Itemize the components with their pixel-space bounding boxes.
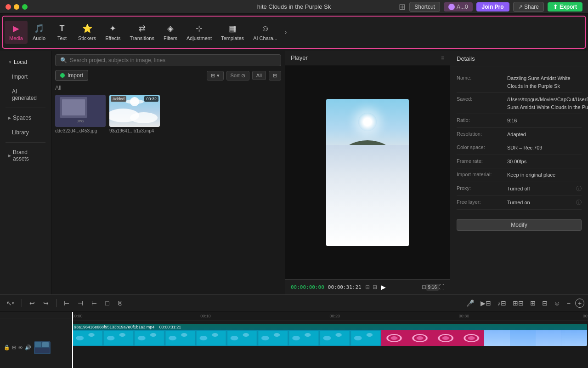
player-menu-icon[interactable]: ≡ <box>441 55 444 61</box>
fit-screen-icon[interactable]: ⊡ <box>422 284 426 290</box>
shortcut-button[interactable]: Shortcut <box>409 2 440 12</box>
snap-icon[interactable]: ⊟ <box>540 298 549 309</box>
search-bar[interactable]: 🔍 <box>55 54 281 66</box>
tool-filters-label: Filters <box>164 35 177 41</box>
play-button[interactable]: ▶ <box>381 283 386 291</box>
svg-text:JPG: JPG <box>77 119 84 123</box>
close-dot[interactable] <box>6 4 11 10</box>
blue-frames-svg <box>484 330 587 346</box>
sort-button[interactable]: Sort ⊙ <box>226 71 249 80</box>
joinpro-button[interactable]: Join Pro <box>476 2 509 12</box>
detail-val-colorspace: SDR – Rec.709 <box>507 144 582 152</box>
thumbnail-image: JPG <box>55 95 106 127</box>
minus-icon[interactable]: − <box>565 298 572 309</box>
detail-key-framerate: Frame rate: <box>457 158 507 164</box>
modify-button[interactable]: Modify <box>457 219 582 231</box>
tool-templates[interactable]: ▦ Templates <box>216 21 249 44</box>
all-filter-button[interactable]: All <box>252 71 266 80</box>
tool-transitions[interactable]: ⇄ Transitions <box>125 21 159 44</box>
share-button[interactable]: ↗ Share <box>513 2 544 12</box>
media-added-badge: Added <box>111 96 126 102</box>
redo-button[interactable]: ↪ <box>40 298 51 309</box>
track-eye-icon[interactable]: 👁 <box>18 345 23 351</box>
detail-row-import: Import material: Keep in original place <box>457 168 582 182</box>
detail-key-resolution: Resolution: <box>457 131 507 137</box>
split-tool[interactable]: ⊢ <box>61 298 72 309</box>
account-button[interactable]: A...0 <box>444 2 473 12</box>
media-item-video[interactable]: Added 00:32 93a19641...b1a3.mp4 <box>109 95 160 133</box>
maximize-dot[interactable] <box>22 4 28 10</box>
audio-connect-icon[interactable]: ♪⊟ <box>496 298 508 309</box>
track-audio-icon[interactable]: 🔊 <box>25 345 31 351</box>
proxy-info-icon[interactable]: ⓘ <box>576 185 582 193</box>
tool-aichara[interactable]: ☺ AI Chara... <box>249 21 282 44</box>
trim-right-icon: ⊢ <box>91 299 97 307</box>
sidebar-item-local[interactable]: ▼ Local <box>3 55 48 69</box>
sidebar-divider-1 <box>6 108 45 108</box>
svg-rect-26 <box>561 330 587 346</box>
media-duration: 00:32 <box>144 96 158 102</box>
delete-tool[interactable]: □ <box>102 298 112 309</box>
details-panel: Details Name: Dazzling Suns Amidst White… <box>450 51 588 294</box>
add-track-button[interactable]: + <box>575 299 584 308</box>
shield-tool[interactable]: ⛨ <box>114 298 126 309</box>
import-dot <box>60 73 65 78</box>
tool-media[interactable]: ▶ Media <box>5 21 28 44</box>
mic-icon[interactable]: 🎤 <box>464 298 476 309</box>
main-track: 93a196416e668f95133b19a7e0f1b1a3.mp4 00:… <box>71 321 588 349</box>
trim-right-tool[interactable]: ⊢ <box>89 298 100 309</box>
tool-audio[interactable]: 🎵 Audio <box>28 21 51 44</box>
main-clip[interactable]: 93a196416e668f95133b19a7e0f1b1a3.mp4 00:… <box>72 324 587 346</box>
timeline-grid-icon[interactable]: ⊟ <box>365 284 370 290</box>
tool-filters[interactable]: ◈ Filters <box>159 21 182 44</box>
sidebar-item-ai-generated[interactable]: AI generated <box>3 85 48 105</box>
details-content: Name: Dazzling Suns Amidst White Clouds … <box>450 67 588 214</box>
title-bar-actions: ⊞ Shortcut A...0 Join Pro ↗ Share ⬆ Expo… <box>399 2 582 12</box>
detail-val-freelayer: Turned on <box>507 199 574 207</box>
timeline-tracks: 93a196416e668f95133b19a7e0f1b1a3.mp4 00:… <box>71 321 588 368</box>
toolbar-more-button[interactable]: › <box>282 29 290 36</box>
sidebar-item-import[interactable]: Import <box>3 70 48 84</box>
filters-icon: ◈ <box>167 23 174 34</box>
center-icon[interactable]: ⊞ <box>528 298 537 309</box>
clip-duration: 00:00:31:21 <box>159 325 181 329</box>
sidebar-item-spaces[interactable]: ▶ Spaces <box>3 111 48 125</box>
bottom-area: ↖ ▾ ↩ ↪ ⊢ ⊣ ⊢ □ ⛨ 🎤 ▶⊟ ♪⊟ ⊞⊟ <box>0 294 588 368</box>
track-lock2-icon[interactable]: ⊟ <box>12 345 16 351</box>
select-tool[interactable]: ↖ ▾ <box>4 298 17 309</box>
timeline-split-icon[interactable]: ⊟ <box>373 284 377 290</box>
detail-key-ratio: Ratio: <box>457 117 507 123</box>
import-button[interactable]: Import <box>55 70 88 81</box>
undo-button[interactable]: ↩ <box>27 298 38 309</box>
tool-stickers[interactable]: ⭐ Stickers <box>74 21 101 44</box>
detail-row-proxy: Proxy: Turned off ⓘ <box>457 182 582 196</box>
filter-options-button[interactable]: ⊟ <box>269 71 281 80</box>
export-button[interactable]: ⬆ Export <box>548 2 582 12</box>
detail-row-saved: Saved: /Users/topgus/Movies/CapCut/UserD… <box>457 93 582 114</box>
minimize-dot[interactable] <box>14 4 19 10</box>
audio-icon: 🎵 <box>34 23 44 34</box>
ruler-mark-0: 00:00 <box>72 314 83 318</box>
video-connect-icon[interactable]: ▶⊟ <box>479 298 493 309</box>
sidebar-item-library[interactable]: Library <box>3 126 48 139</box>
track-lock-icon[interactable]: 🔒 <box>4 345 10 351</box>
tool-effects[interactable]: ✦ Effects <box>101 21 125 44</box>
detail-row-resolution: Resolution: Adapted <box>457 128 582 142</box>
media-item-image[interactable]: JPG dde322d4...d453.jpg <box>55 95 106 133</box>
trim-left-tool[interactable]: ⊣ <box>75 298 86 309</box>
tool-adjustment[interactable]: ⊹ Adjustment <box>182 21 216 44</box>
tool-text[interactable]: T Text <box>51 21 74 44</box>
delete-icon: □ <box>105 299 109 307</box>
video-preview <box>326 99 409 246</box>
grid-view-button[interactable]: ⊞ ▾ <box>207 71 223 80</box>
transitions-icon: ⇄ <box>139 23 146 34</box>
detail-row-ratio: Ratio: 9:16 <box>457 114 582 128</box>
emoji-icon[interactable]: ☺ <box>552 298 562 309</box>
sidebar-item-brand-assets[interactable]: ▶ Brand assets <box>3 145 48 166</box>
layout-icon[interactable]: ⊞ <box>399 2 406 12</box>
search-input[interactable] <box>70 57 276 63</box>
freelayer-info-icon[interactable]: ⓘ <box>576 199 582 207</box>
fullscreen-icon[interactable]: ⛶ <box>439 284 444 290</box>
tool-text-label: Text <box>57 35 67 41</box>
link-icon[interactable]: ⊞⊟ <box>511 298 526 309</box>
